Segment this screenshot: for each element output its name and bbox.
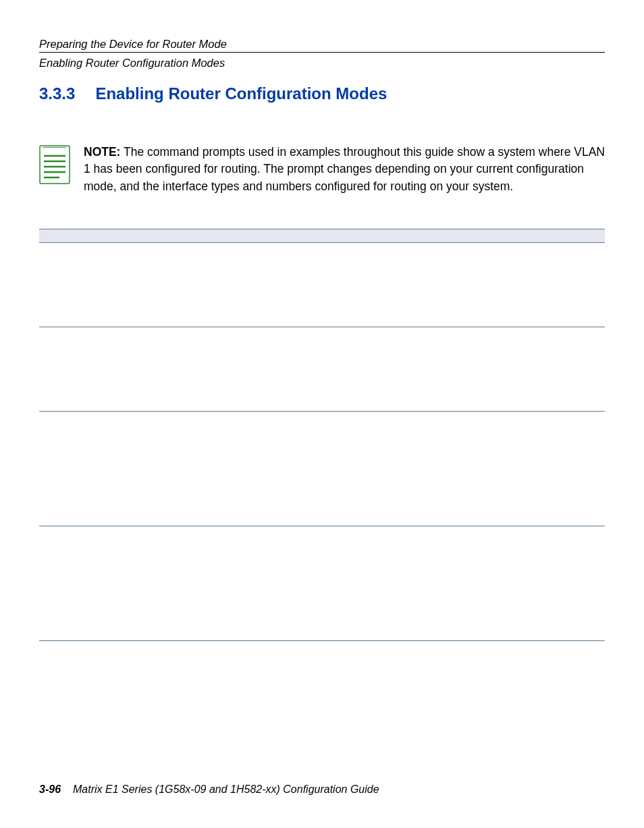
note-block: NOTE: The command prompts used in exampl… bbox=[39, 144, 605, 195]
note-text: NOTE: The command prompts used in exampl… bbox=[84, 144, 605, 195]
table-row bbox=[39, 412, 605, 526]
table-row bbox=[39, 243, 605, 327]
footer-page-number: 3-96 bbox=[39, 783, 61, 795]
note-label: NOTE: bbox=[84, 145, 120, 159]
footer-document-title: Matrix E1 Series (1G58x-09 and 1H582-xx)… bbox=[73, 783, 379, 795]
section-number: 3.3.3 bbox=[39, 84, 75, 103]
note-body: The command prompts used in examples thr… bbox=[84, 145, 605, 193]
header-section-title: Enabling Router Configuration Modes bbox=[39, 57, 605, 70]
header-chapter-title: Preparing the Device for Router Mode bbox=[39, 38, 605, 51]
table-placeholder bbox=[39, 229, 605, 641]
page-footer: 3-96Matrix E1 Series (1G58x-09 and 1H582… bbox=[39, 783, 379, 796]
note-icon bbox=[39, 145, 70, 187]
section-title-text: Enabling Router Configuration Modes bbox=[95, 84, 387, 103]
section-heading: 3.3.3Enabling Router Configuration Modes bbox=[39, 84, 605, 103]
table-header-row bbox=[39, 229, 605, 243]
table-row bbox=[39, 327, 605, 412]
table-row bbox=[39, 526, 605, 641]
header-divider bbox=[39, 52, 605, 53]
